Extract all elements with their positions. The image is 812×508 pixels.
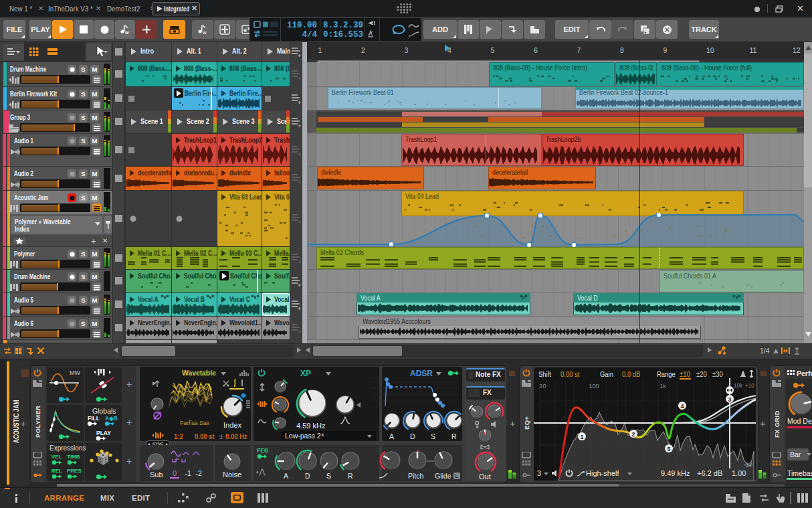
svg-text:w: w <box>202 30 207 35</box>
svg-text:4: 4 <box>680 403 684 410</box>
svg-text:L: L <box>455 473 459 479</box>
svg-text:5: 5 <box>667 446 670 452</box>
svg-text:w: w <box>124 30 129 35</box>
svg-text:1: 1 <box>580 434 583 440</box>
svg-text:2: 2 <box>631 431 635 438</box>
svg-text:3: 3 <box>728 396 731 403</box>
